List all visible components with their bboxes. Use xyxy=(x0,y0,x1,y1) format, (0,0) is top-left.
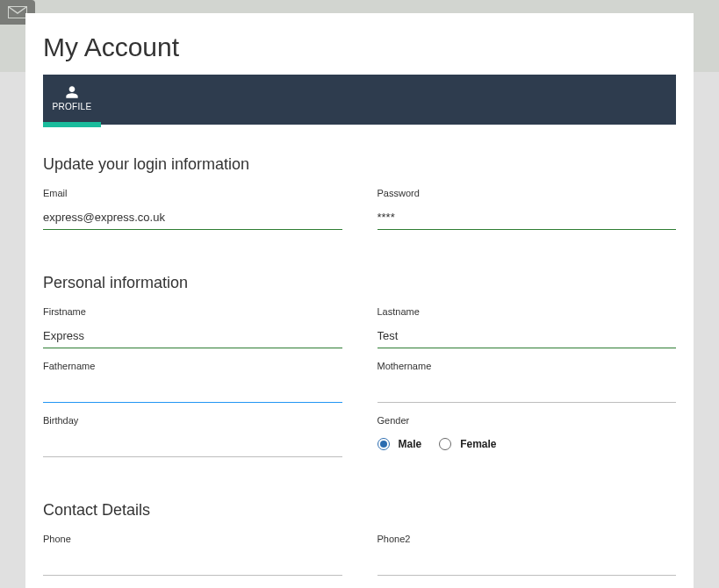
tab-profile[interactable]: PROFILE xyxy=(43,75,101,125)
mothername-label: Mothername xyxy=(377,361,677,371)
birthday-field[interactable] xyxy=(43,429,342,457)
fathername-field[interactable] xyxy=(43,375,342,403)
account-card: My Account PROFILE Update your login inf… xyxy=(25,13,694,588)
mothername-field[interactable] xyxy=(377,375,677,403)
phone-label: Phone xyxy=(43,534,342,544)
section-contact-title: Contact Details xyxy=(43,501,676,520)
section-personal-title: Personal information xyxy=(43,274,676,292)
gender-female-label: Female xyxy=(460,438,496,450)
tab-bar: PROFILE xyxy=(43,75,676,125)
gender-male-radio[interactable] xyxy=(377,438,390,450)
gender-male-label: Male xyxy=(399,438,422,450)
lastname-field[interactable] xyxy=(377,320,677,348)
email-label: Email xyxy=(43,188,342,198)
birthday-label: Birthday xyxy=(43,415,342,426)
fathername-label: Fathername xyxy=(43,361,342,371)
firstname-field[interactable] xyxy=(43,320,342,348)
phone2-label: Phone2 xyxy=(377,534,677,544)
tab-profile-label: PROFILE xyxy=(53,102,92,111)
gender-female-radio[interactable] xyxy=(439,438,451,450)
lastname-label: Lastname xyxy=(377,306,677,317)
page-title: My Account xyxy=(25,13,694,75)
password-field[interactable] xyxy=(377,202,677,230)
phone2-field[interactable] xyxy=(377,548,677,576)
password-label: Password xyxy=(377,188,677,198)
form-area: Update your login information Email Pass… xyxy=(25,127,694,588)
user-icon xyxy=(65,85,79,99)
email-field[interactable] xyxy=(43,202,342,230)
phone-field[interactable] xyxy=(43,548,342,576)
section-login-title: Update your login information xyxy=(43,155,676,174)
firstname-label: Firstname xyxy=(43,306,342,317)
gender-label: Gender xyxy=(377,415,677,426)
